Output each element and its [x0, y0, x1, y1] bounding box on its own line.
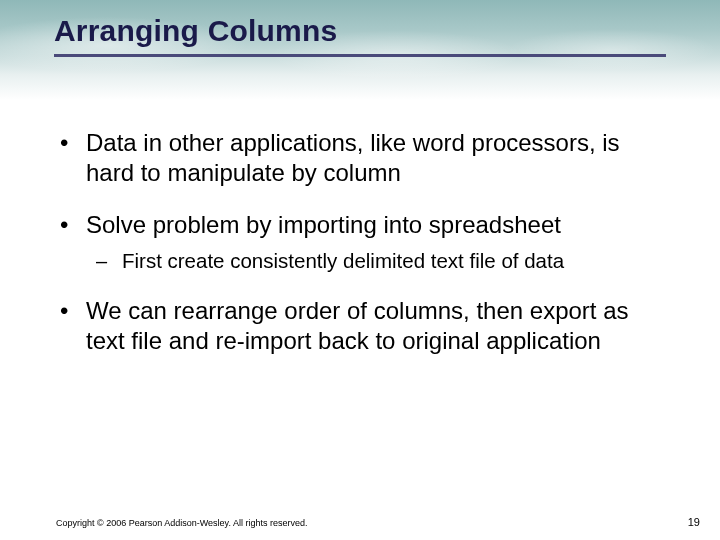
slide-title: Arranging Columns [54, 14, 337, 48]
page-number: 19 [688, 516, 700, 528]
bullet-marker: • [56, 210, 86, 240]
bullet-item: • Solve problem by importing into spread… [56, 210, 672, 240]
slide-content: • Data in other applications, like word … [56, 128, 672, 376]
bullet-item: • Data in other applications, like word … [56, 128, 672, 188]
title-underline [54, 54, 666, 57]
bullet-item: • We can rearrange order of columns, the… [56, 296, 672, 356]
bullet-marker: • [56, 128, 86, 158]
bullet-marker: • [56, 296, 86, 326]
sub-bullet-marker: – [96, 248, 122, 274]
bullet-text: We can rearrange order of columns, then … [86, 296, 672, 356]
bullet-text: Solve problem by importing into spreadsh… [86, 210, 561, 240]
bullet-text: Data in other applications, like word pr… [86, 128, 672, 188]
copyright-text: Copyright © 2006 Pearson Addison-Wesley.… [56, 518, 307, 528]
slide-footer: Copyright © 2006 Pearson Addison-Wesley.… [56, 516, 700, 528]
sub-bullet-text: First create consistently delimited text… [122, 248, 564, 274]
sub-bullet-item: – First create consistently delimited te… [96, 248, 672, 274]
